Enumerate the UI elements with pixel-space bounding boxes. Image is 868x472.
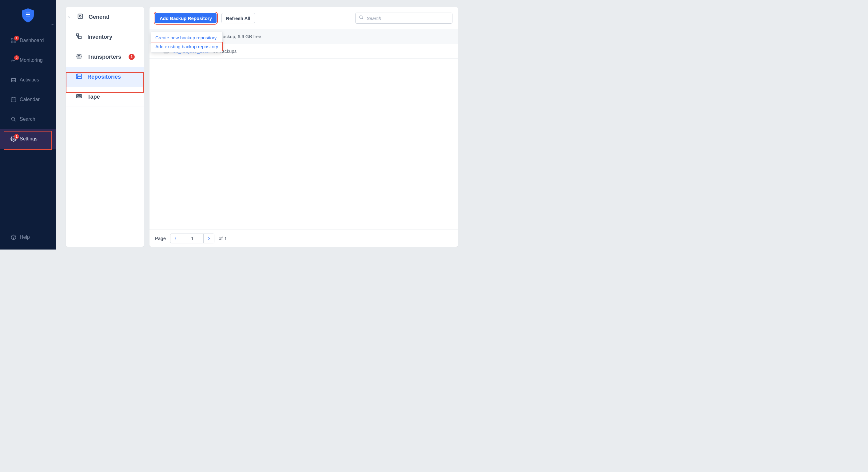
dropdown-create-new[interactable]: Create new backup repository [151,33,222,42]
subnav-transporters-badge: 1 [129,54,135,60]
chevron-right-icon: › [68,14,70,20]
tape-icon [76,93,83,101]
nav-monitoring[interactable]: 2 Monitoring [0,50,56,70]
logo-area: ⌐ [0,0,56,31]
svg-rect-5 [11,41,13,43]
pagination: Page 1 of 1 [150,230,458,247]
svg-rect-23 [78,55,80,57]
subnav-general-label: General [89,14,109,20]
svg-point-33 [78,95,79,97]
nav-monitoring-badge: 2 [14,55,19,60]
gear-icon: 1 [10,136,20,142]
nav-help-label: Help [20,234,30,240]
nav-calendar[interactable]: Calendar [0,90,56,109]
svg-line-12 [14,120,16,122]
dashboard-icon: 1 [10,37,20,44]
subnav-transporters-label: Transporters [87,54,121,60]
refresh-all-button[interactable]: Refresh All [221,13,255,23]
repository-row-meta: backup, 6.6 GB free [220,34,261,39]
main-nav: ⌐ 1 Dashboard 2 Monitoring Activities [0,0,56,249]
monitoring-icon: 2 [10,57,20,63]
subnav-inventory-label: Inventory [87,34,112,40]
search-icon [359,15,364,22]
svg-point-35 [360,16,362,19]
svg-point-13 [13,138,14,140]
nav-settings-label: Settings [20,136,37,142]
svg-rect-18 [76,33,79,35]
search-input[interactable] [367,16,449,21]
svg-rect-1 [26,14,30,15]
pager-page-label: Page [155,236,166,241]
nav-dashboard-badge: 1 [14,36,19,40]
shield-logo-icon [22,8,34,23]
calendar-icon [10,97,20,103]
pager-control: 1 [170,234,214,243]
svg-rect-2 [26,16,30,16]
search-box[interactable] [355,12,453,24]
pager-of-label: of [219,236,223,241]
nav-monitoring-label: Monitoring [20,58,43,63]
repository-icon [76,73,83,81]
svg-line-36 [362,18,363,20]
transporter-icon [76,53,83,61]
svg-point-17 [80,15,81,17]
svg-point-30 [78,74,78,75]
activities-icon [10,77,20,83]
pager-current-page[interactable]: 1 [181,234,204,243]
pager-prev-button[interactable] [170,234,181,243]
nav-dashboard[interactable]: 1 Dashboard [0,31,56,50]
nav-bottom: Help [0,227,56,249]
svg-rect-7 [11,98,16,102]
svg-point-11 [11,117,14,120]
subnav-tape[interactable]: Tape [66,87,144,107]
add-backup-repository-button[interactable]: Add Backup Repository [155,13,217,23]
subnav-general[interactable]: › General [66,7,144,27]
svg-rect-0 [26,12,30,13]
subnav-repositories[interactable]: Repositories [66,67,144,87]
nav-dashboard-label: Dashboard [20,38,44,43]
subnav-inventory[interactable]: Inventory [66,27,144,47]
nav-search[interactable]: Search [0,109,56,129]
repository-list: backup, 6.6 GB free S3_ Object _Lock 83 … [150,29,458,230]
subnav-tape-label: Tape [87,94,100,100]
nav-calendar-label: Calendar [20,97,40,102]
nav-items: 1 Dashboard 2 Monitoring Activities Cale… [0,31,56,227]
svg-point-34 [79,95,81,97]
nav-settings[interactable]: 1 Settings [0,129,56,149]
dropdown-add-existing[interactable]: Add existing backup repository [151,42,222,51]
inventory-icon [76,33,83,41]
collapse-caret-icon[interactable]: ⌐ [51,22,54,26]
subnav-repositories-label: Repositories [87,74,121,80]
svg-point-15 [13,238,13,239]
nav-help[interactable]: Help [0,227,56,247]
svg-rect-6 [14,41,16,43]
svg-rect-19 [79,36,81,38]
svg-rect-22 [77,54,81,58]
add-repo-dropdown: Create new backup repository Add existin… [151,32,223,53]
nav-settings-badge: 1 [14,134,19,139]
subnav-transporters[interactable]: Transporters 1 [66,47,144,67]
toolbar: Add Backup Repository Refresh All [150,7,458,29]
settings-subnav: › General Inventory Transporters 1 Repos… [66,7,144,247]
general-settings-icon [77,13,84,21]
nav-activities-label: Activities [20,77,39,83]
nav-activities[interactable]: Activities [0,70,56,90]
svg-point-31 [78,77,78,78]
pager-next-button[interactable] [204,234,214,243]
svg-rect-3 [11,38,13,40]
nav-search-label: Search [20,116,35,122]
pager-total-pages: 1 [224,236,227,241]
search-icon [10,116,20,122]
svg-rect-16 [78,14,83,19]
help-icon [10,234,20,240]
